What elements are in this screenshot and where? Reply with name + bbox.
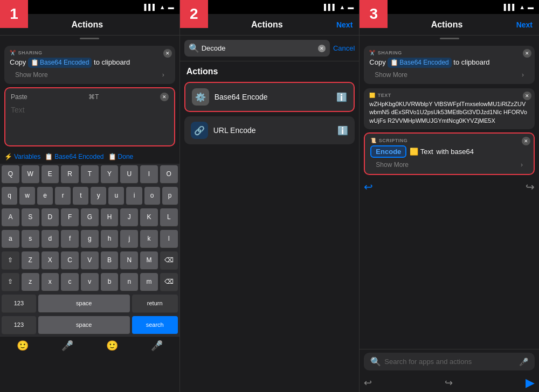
search-text-2: Decode xyxy=(202,44,226,52)
key-u[interactable]: u xyxy=(108,187,124,205)
key-z[interactable]: z xyxy=(22,273,39,291)
close-paste-1[interactable]: ✕ xyxy=(160,93,169,101)
key-d[interactable]: d xyxy=(42,230,59,248)
key-W[interactable]: W xyxy=(22,165,39,184)
key-F[interactable]: F xyxy=(61,208,79,227)
key-p[interactable]: p xyxy=(162,187,178,205)
key-Z[interactable]: Z xyxy=(22,251,39,270)
show-more-3[interactable]: Show More › xyxy=(369,68,529,80)
close-encode-3[interactable]: ✕ xyxy=(522,137,530,145)
show-more-1[interactable]: Show More › xyxy=(10,68,170,80)
text-pill-3[interactable]: 🟨 Text xyxy=(410,148,433,156)
key-k[interactable]: k xyxy=(140,230,158,248)
key-return-1[interactable]: return xyxy=(132,295,178,313)
keyboard-row-q1: Q W E R T Y U I O xyxy=(0,164,179,185)
key-x[interactable]: x xyxy=(42,273,59,291)
done-btn-1[interactable]: 📋 Done xyxy=(108,153,134,160)
key-search[interactable]: search xyxy=(132,316,178,334)
key-t[interactable]: t xyxy=(73,187,88,205)
search-clear-2[interactable]: ✕ xyxy=(318,45,326,52)
key-y[interactable]: y xyxy=(91,187,106,205)
undo-icon-3[interactable]: ↩ xyxy=(364,377,372,389)
key-v[interactable]: v xyxy=(81,273,99,291)
key-r[interactable]: r xyxy=(55,187,71,205)
key-shift2[interactable]: ⇧ xyxy=(2,273,19,291)
mic-icon-1b[interactable]: 🎤 xyxy=(151,340,163,352)
variables-btn-1[interactable]: ⚡ Variables xyxy=(4,153,40,160)
encoded-pill-1[interactable]: 📋 Base64 Encoded xyxy=(28,58,92,68)
key-shift[interactable]: ⇧ xyxy=(2,251,19,270)
key-D[interactable]: D xyxy=(42,208,59,227)
key-c[interactable]: c xyxy=(61,273,79,291)
paste-text-area-1[interactable]: Text xyxy=(11,103,169,141)
cancel-btn-2[interactable]: Cancel xyxy=(333,44,355,52)
key-e[interactable]: e xyxy=(37,187,53,205)
key-Q[interactable]: Q xyxy=(2,165,19,184)
show-more-3b[interactable]: Show More › xyxy=(370,158,528,170)
key-T[interactable]: T xyxy=(81,165,99,184)
key-J[interactable]: J xyxy=(120,208,138,227)
key-M[interactable]: M xyxy=(140,251,158,270)
step-badge-3: 3 xyxy=(360,0,388,28)
action-item-base64-encode[interactable]: ⚙️ Base64 Encode ℹ️ xyxy=(184,82,355,112)
key-N[interactable]: N xyxy=(120,251,138,270)
key-K[interactable]: K xyxy=(140,208,158,227)
key-B[interactable]: B xyxy=(101,251,119,270)
key-A[interactable]: A xyxy=(2,208,19,227)
key-V[interactable]: V xyxy=(81,251,99,270)
left-arrow-3[interactable]: ↩ xyxy=(364,180,373,193)
nav-next-2[interactable]: Next xyxy=(336,20,353,29)
nav-next-3[interactable]: Next xyxy=(516,20,533,29)
key-space-1[interactable]: space xyxy=(38,295,130,313)
key-I[interactable]: I xyxy=(140,165,158,184)
key-j[interactable]: j xyxy=(120,230,138,248)
key-C[interactable]: C xyxy=(61,251,79,270)
base64-encode-info-icon[interactable]: ℹ️ xyxy=(336,92,347,102)
key-b[interactable]: b xyxy=(101,273,119,291)
key-G[interactable]: G xyxy=(81,208,99,227)
close-sharing-1[interactable]: ✕ xyxy=(163,49,172,58)
key-E[interactable]: E xyxy=(42,165,59,184)
key-i[interactable]: i xyxy=(126,187,142,205)
close-sharing-3[interactable]: ✕ xyxy=(523,49,531,58)
key-backspace2[interactable]: ⌫ xyxy=(160,273,178,291)
key-f[interactable]: f xyxy=(61,230,79,248)
key-space-2[interactable]: space xyxy=(38,316,130,334)
key-backspace[interactable]: ⌫ xyxy=(160,251,178,270)
play-icon-3[interactable]: ▶ xyxy=(526,376,535,390)
mic-bottom-icon-3[interactable]: 🎤 xyxy=(519,358,528,366)
action-item-url-encode[interactable]: 🔗 URL Encode ℹ️ xyxy=(184,116,355,144)
key-g[interactable]: g xyxy=(81,230,99,248)
key-S[interactable]: S xyxy=(22,208,39,227)
key-O[interactable]: O xyxy=(160,165,178,184)
key-s[interactable]: s xyxy=(22,230,39,248)
key-R[interactable]: R xyxy=(61,165,79,184)
key-w[interactable]: w xyxy=(19,187,35,205)
key-h[interactable]: h xyxy=(101,230,119,248)
emoji-icon-1b[interactable]: 🙂 xyxy=(106,340,118,352)
key-123-2[interactable]: 123 xyxy=(2,316,36,334)
emoji-icon-1[interactable]: 🙂 xyxy=(17,340,29,352)
key-123-1[interactable]: 123 xyxy=(2,295,36,313)
key-q[interactable]: q xyxy=(2,187,17,205)
encoded-btn-1[interactable]: 📋 Base64 Encoded xyxy=(45,153,103,160)
close-text-3[interactable]: ✕ xyxy=(523,92,531,100)
encode-button-3[interactable]: Encode xyxy=(370,145,406,158)
key-n[interactable]: n xyxy=(120,273,138,291)
key-Y[interactable]: Y xyxy=(101,165,119,184)
mic-icon-1[interactable]: 🎤 xyxy=(61,340,73,352)
key-o[interactable]: o xyxy=(144,187,160,205)
encoded-pill-3[interactable]: 📋 Base64 Encoded xyxy=(388,58,451,68)
search-bottom-input-3[interactable]: 🔍 Search for apps and actions 🎤 xyxy=(364,353,535,370)
search-input-box-2[interactable]: 🔍 Decode ✕ xyxy=(184,40,330,57)
redo-icon-3[interactable]: ↪ xyxy=(445,377,453,389)
key-m[interactable]: m xyxy=(140,273,158,291)
key-L[interactable]: L xyxy=(160,208,178,227)
url-encode-info-icon[interactable]: ℹ️ xyxy=(337,125,348,136)
key-l[interactable]: l xyxy=(160,230,178,248)
key-U[interactable]: U xyxy=(120,165,138,184)
key-a[interactable]: a xyxy=(2,230,19,248)
key-X[interactable]: X xyxy=(42,251,59,270)
key-H[interactable]: H xyxy=(101,208,119,227)
sharing-header-1: ✂️ SHARING xyxy=(10,50,170,55)
